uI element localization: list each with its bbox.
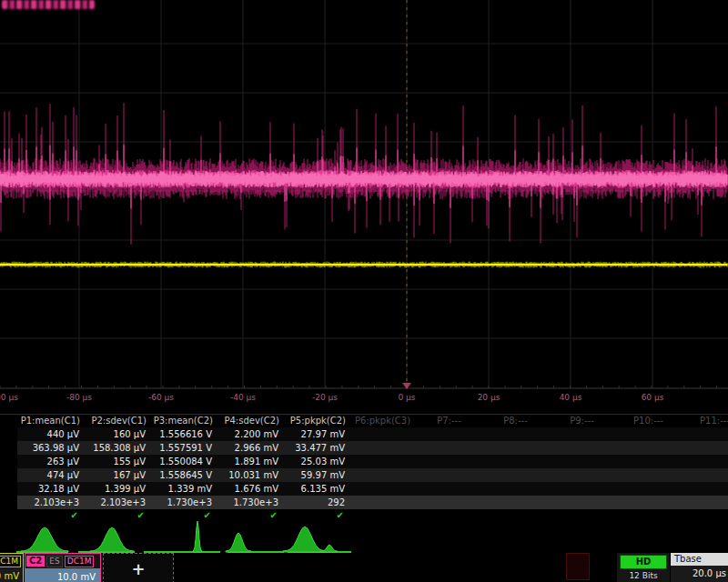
- measurement-value: 2.103e+3: [84, 496, 150, 509]
- c2-channel-label: C2: [26, 556, 45, 567]
- measurement-value: [682, 482, 728, 496]
- measurement-value: 27.97 mV: [283, 427, 349, 441]
- measurement-header-p5[interactable]: P5:pkpk(C2): [283, 415, 349, 427]
- measurement-value: [615, 455, 682, 468]
- measurement-status-check: [416, 509, 482, 521]
- measurement-value: 292: [283, 496, 349, 509]
- measurement-status-check: [482, 509, 549, 521]
- measurement-value: [482, 468, 549, 482]
- measurement-value: [682, 468, 728, 482]
- measurement-value: 1.550084 V: [150, 455, 217, 468]
- time-axis-label: -100 µs: [0, 393, 18, 402]
- histicon-p1[interactable]: [21, 527, 68, 552]
- measurement-header-p10[interactable]: P10:---: [615, 415, 682, 427]
- measurement-column-p10: P10:---: [615, 415, 682, 521]
- measurement-column-p9: P9:---: [549, 415, 615, 521]
- histicon-p5[interactable]: [283, 527, 327, 552]
- measurement-header-p6[interactable]: P6:pkpk(C3): [349, 415, 416, 427]
- measurement-value: 2.103e+3: [17, 496, 84, 509]
- measurement-value: [549, 496, 615, 509]
- measurement-value: 2.200 mV: [217, 427, 283, 441]
- measurement-column-p6: P6:pkpk(C3): [349, 415, 416, 521]
- measurement-value: 440 µV: [17, 427, 84, 441]
- histicon-p4[interactable]: [226, 533, 251, 552]
- measurement-header-p8[interactable]: P8:---: [482, 415, 549, 427]
- measurement-value: 155 µV: [84, 455, 150, 468]
- measurement-value: 474 µV: [17, 468, 84, 482]
- measurement-value: [349, 455, 416, 468]
- time-axis-label: 0 µs: [398, 393, 415, 402]
- measurement-value: 6.135 mV: [283, 482, 349, 496]
- channel-descriptor-c1[interactable]: DC1M 20.0 mV: [0, 553, 24, 582]
- measurement-value: [615, 482, 682, 496]
- measurement-header-p11[interactable]: P11:---: [682, 415, 728, 427]
- measurement-column-p3: P3:mean(C2)1.556616 V1.557591 V1.550084 …: [150, 415, 217, 521]
- measurement-value: [349, 427, 416, 441]
- histicon-p3[interactable]: [193, 521, 202, 552]
- measurement-value: 1.339 mV: [150, 482, 217, 496]
- oscilloscope-screen: -100 µs-80 µs-60 µs-40 µs-20 µs0 µs20 µs…: [0, 0, 728, 582]
- time-axis-label: -40 µs: [230, 393, 256, 402]
- measurement-value: [482, 482, 549, 496]
- c2-coupling-badge: DC1M: [65, 556, 95, 567]
- trigger-position-marker[interactable]: [402, 383, 411, 389]
- timebase-title: Tbase: [671, 553, 728, 566]
- histicon-p2[interactable]: [90, 527, 134, 552]
- hd-mode-box[interactable]: HD 12 Bits: [617, 553, 670, 582]
- measurement-value: 1.730e+3: [150, 496, 217, 509]
- c2-header: C2 ES DC1M: [25, 554, 100, 568]
- measurement-value: [416, 482, 482, 496]
- measurement-value: 1.558645 V: [150, 468, 217, 482]
- c2-es-badge: ES: [46, 556, 62, 567]
- graticule: [0, 0, 728, 389]
- channel-descriptor-c2[interactable]: C2 ES DC1M 10.0 mV: [25, 553, 101, 582]
- measurement-value: [482, 455, 549, 468]
- measurement-value: 1.556616 V: [150, 427, 217, 441]
- measurement-value: 32.18 µV: [17, 482, 84, 496]
- time-axis-label: 40 µs: [560, 393, 582, 402]
- measurement-value: [349, 468, 416, 482]
- measurement-value: 167 µV: [84, 468, 150, 482]
- c1-header: DC1M: [0, 554, 23, 568]
- top-left-annotation: [2, 0, 95, 9]
- measurement-header-p2[interactable]: P2:sdev(C1): [84, 415, 150, 427]
- time-axis: -100 µs-80 µs-60 µs-40 µs-20 µs0 µs20 µs…: [0, 389, 728, 413]
- measurement-value: 263 µV: [17, 455, 84, 468]
- measurement-value: 160 µV: [84, 427, 150, 441]
- measurement-value: [549, 427, 615, 441]
- measurement-value: [682, 427, 728, 441]
- c1-trace[interactable]: [0, 262, 727, 268]
- measurement-value: [416, 441, 482, 455]
- measurement-header-p1[interactable]: P1:mean(C1): [17, 415, 84, 427]
- measurement-value: [682, 496, 728, 509]
- measurement-status-check: [615, 509, 682, 521]
- add-trace-button[interactable]: +: [103, 553, 174, 582]
- measurement-column-p8: P8:---: [482, 415, 549, 521]
- c2-trace[interactable]: [0, 103, 727, 245]
- c2-scale-value: 10.0 mV: [25, 568, 100, 582]
- measurement-header-p3[interactable]: P3:mean(C2): [150, 415, 217, 427]
- timebase-descriptor[interactable]: Tbase 20.0 µs: [671, 553, 728, 582]
- measurement-header-p9[interactable]: P9:---: [549, 415, 615, 427]
- measurement-value: [615, 441, 682, 455]
- measurement-value: 1.676 mV: [217, 482, 283, 496]
- measurement-table: P1:mean(C1)440 µV363.98 µV263 µV474 µV32…: [0, 414, 728, 522]
- measurement-value: [482, 496, 549, 509]
- measurement-value: [349, 482, 416, 496]
- time-axis-label: 20 µs: [478, 393, 500, 402]
- measurement-value: [416, 427, 482, 441]
- measurement-column-p7: P7:---: [416, 415, 482, 521]
- c1-coupling-badge: DC1M: [0, 556, 21, 567]
- measurement-value: [549, 441, 615, 455]
- measurement-value: [349, 496, 416, 509]
- measurement-column-p1: P1:mean(C1)440 µV363.98 µV263 µV474 µV32…: [17, 415, 84, 521]
- c1-scale-value: 20.0 mV: [0, 568, 23, 582]
- measurement-value: 158.308 µV: [84, 441, 150, 455]
- measurement-header-p4[interactable]: P4:sdev(C2): [217, 415, 283, 427]
- measurement-value: 1.730e+3: [217, 496, 283, 509]
- measurement-value: [416, 455, 482, 468]
- measurement-header-p7[interactable]: P7:---: [416, 415, 482, 427]
- measurement-value: [482, 427, 549, 441]
- hd-bits-label: 12 Bits: [629, 569, 657, 582]
- measurement-value: [682, 441, 728, 455]
